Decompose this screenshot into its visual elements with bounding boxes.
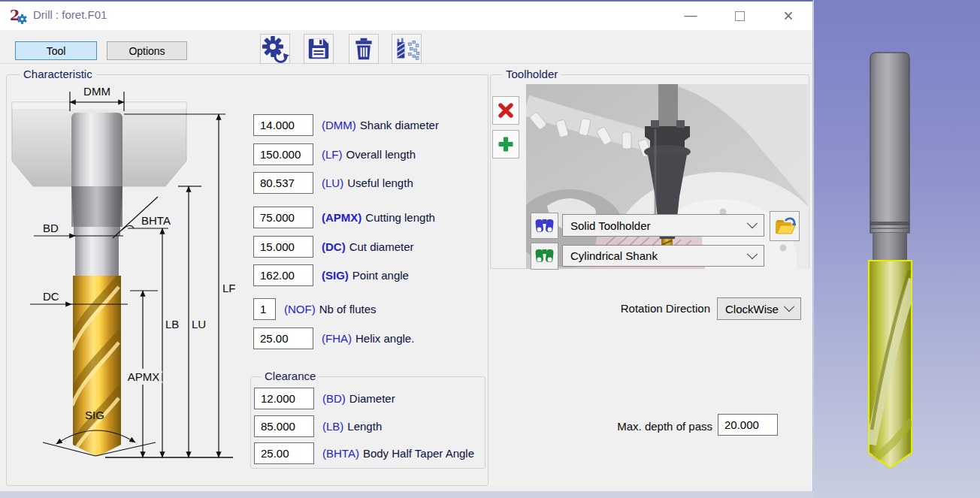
- chips-simulation-button[interactable]: [392, 34, 422, 64]
- field-label-useful-length: Useful length: [347, 177, 413, 189]
- field-code-bhta: (BHTA): [322, 447, 359, 460]
- close-button[interactable]: ×: [773, 5, 804, 27]
- max-depth-of-pass-label: Max. depth of pass: [579, 420, 712, 433]
- diagram-label-bhta: BHTA: [141, 214, 171, 227]
- toolholder-type-select[interactable]: Solid Toolholder: [562, 214, 764, 237]
- drill-3d-render: [814, 0, 980, 498]
- diagram-label-dmm: DMM: [83, 85, 110, 98]
- maximize-icon: [735, 11, 745, 21]
- field-row-clearance-length: (LB) Length: [254, 415, 382, 438]
- diagram-label-lb: LB: [165, 318, 179, 330]
- drill-dimension-diagram: DMM BHTA BD DC LF LB LU APMX SIG: [9, 83, 250, 484]
- field-row-clearance-diameter: (BD) Diameter: [254, 387, 395, 410]
- field-label-clearance-length: Length: [347, 420, 382, 433]
- delete-tool-button[interactable]: [349, 34, 379, 64]
- field-code-dc: (DC): [322, 240, 346, 253]
- field-code-lf: (LF): [322, 148, 343, 161]
- tab-options[interactable]: Options: [107, 41, 187, 60]
- diagram-label-apmx: APMX: [128, 370, 160, 383]
- titlebar: 2 Drill : fo: [0, 2, 812, 31]
- save-icon: [306, 36, 331, 62]
- field-row-overall-length: (LF) Overall length: [253, 143, 416, 166]
- clearance-group-label: Clearance: [261, 370, 319, 382]
- field-code-bd: (BD): [322, 392, 346, 405]
- point-angle-input[interactable]: [253, 264, 313, 286]
- shank-diameter-input[interactable]: [253, 114, 313, 136]
- field-code-sig: (SIG): [322, 269, 349, 282]
- cut-diameter-input[interactable]: [253, 236, 313, 258]
- drill-dialog: 2 Drill : fo: [0, 0, 813, 491]
- max-depth-of-pass-input[interactable]: [718, 414, 778, 436]
- overall-length-input[interactable]: [253, 143, 313, 165]
- helix-angle-input[interactable]: [253, 327, 313, 349]
- chevron-down-icon: [747, 249, 758, 259]
- diagram-label-dc: DC: [43, 290, 59, 303]
- field-row-body-half-taper: (BHTA) Body Half Taper Angle: [254, 442, 474, 465]
- trash-icon: [352, 36, 376, 62]
- diagram-label-bd: BD: [43, 222, 59, 234]
- clearance-diameter-input[interactable]: [254, 388, 314, 409]
- toolholder-type-value: Solid Toolholder: [570, 219, 749, 232]
- field-row-cutting-length: (APMX) Cutting length: [253, 206, 435, 229]
- binoculars-green-icon: [534, 248, 555, 264]
- binoculars-blue-icon: [534, 218, 555, 234]
- chevron-down-icon: [784, 301, 794, 312]
- add-toolholder-button[interactable]: [492, 130, 519, 158]
- field-label-helix-angle: Helix angle.: [355, 332, 414, 345]
- open-toolholder-file-button[interactable]: [770, 211, 800, 241]
- characteristic-group-label: Characteristic: [20, 68, 96, 80]
- app-logo-icon: 2: [10, 8, 28, 27]
- diagram-label-lf: LF: [222, 282, 236, 294]
- cutting-length-input[interactable]: [253, 207, 313, 228]
- field-label-clearance-diameter: Diameter: [349, 392, 395, 405]
- field-row-shank-diameter: (DMM) Shank diameter: [253, 113, 439, 137]
- chevron-down-icon: [747, 218, 758, 228]
- field-code-lb: (LB): [322, 420, 343, 433]
- nb-of-flutes-input[interactable]: [253, 298, 276, 320]
- field-code-nof: (NOF): [284, 303, 316, 315]
- open-folder-icon: [773, 216, 796, 237]
- field-label-point-angle: Point angle: [352, 269, 409, 282]
- shank-type-select[interactable]: Cylindrical Shank: [562, 245, 764, 267]
- search-shank-button[interactable]: [531, 243, 558, 270]
- diagram-label-sig: SIG: [85, 409, 104, 421]
- useful-length-input[interactable]: [253, 172, 313, 194]
- field-label-body-half-taper: Body Half Taper Angle: [363, 447, 474, 460]
- field-row-point-angle: (SIG) Point angle: [253, 264, 409, 287]
- field-label-cutting-length: Cutting length: [365, 211, 435, 224]
- shank-type-value: Cylindrical Shank: [570, 249, 749, 262]
- remove-toolholder-button[interactable]: [492, 96, 519, 125]
- maximize-button[interactable]: [724, 5, 755, 27]
- field-code-lu: (LU): [322, 177, 343, 189]
- green-plus-icon: [497, 135, 515, 153]
- tab-strip: Tool Options: [0, 30, 812, 64]
- field-code-fha: (FHA): [322, 332, 352, 345]
- field-row-nb-flutes: (NOF) Nb of flutes: [253, 297, 377, 321]
- field-label-nb-flutes: Nb of flutes: [319, 303, 377, 315]
- drill-chips-icon: [393, 37, 420, 61]
- clearance-length-input[interactable]: [254, 415, 314, 437]
- field-label-overall-length: Overall length: [346, 148, 416, 161]
- rotation-direction-select[interactable]: ClockWise: [717, 297, 801, 320]
- diagram-label-lu: LU: [192, 318, 206, 330]
- body-half-taper-angle-input[interactable]: [254, 442, 314, 464]
- field-code-apmx: (APMX): [322, 211, 361, 224]
- field-code-dmm: (DMM): [322, 119, 356, 131]
- gear-refresh-icon: [261, 35, 289, 63]
- rotation-direction-label: Rotation Direction: [594, 302, 710, 315]
- window-title: Drill : foret.F01: [33, 8, 107, 21]
- tab-tool[interactable]: Tool: [15, 41, 97, 60]
- field-row-helix-angle: (FHA) Helix angle.: [253, 327, 414, 350]
- field-label-shank-diameter: Shank diameter: [360, 119, 439, 131]
- save-button[interactable]: [304, 34, 334, 64]
- rotation-direction-value: ClockWise: [725, 303, 785, 315]
- red-x-icon: [497, 101, 515, 119]
- screen: 2 Drill : fo: [0, 0, 980, 498]
- settings-reload-button[interactable]: [260, 34, 290, 64]
- search-toolholder-button[interactable]: [531, 213, 558, 239]
- field-label-cut-diameter: Cut diameter: [349, 240, 414, 253]
- field-row-cut-diameter: (DC) Cut diameter: [253, 235, 414, 258]
- toolholder-preview-image: [526, 84, 808, 269]
- minimize-button[interactable]: —: [675, 5, 706, 27]
- toolholder-group-label: Toolholder: [502, 68, 561, 80]
